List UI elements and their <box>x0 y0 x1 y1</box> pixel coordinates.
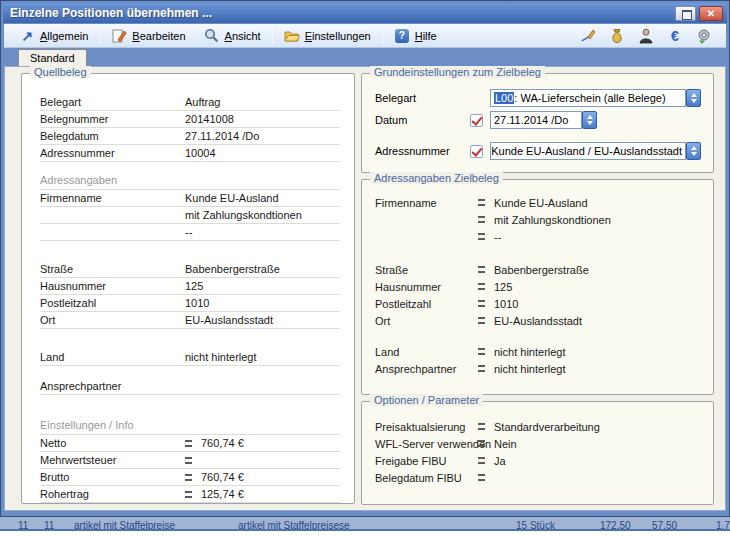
field-value: Ja <box>494 455 506 467</box>
field-value: 1010 <box>185 297 340 309</box>
field-value: Kunde EU-Ausland <box>494 197 588 209</box>
field-row: Postleitzahl1010 <box>375 295 703 312</box>
datum-checkbox[interactable] <box>470 114 483 127</box>
menu-ansicht[interactable]: Ansicht <box>195 26 270 46</box>
datum-field[interactable]: 27.11.2014 /Do <box>490 111 582 129</box>
field-row: BelegartAuftrag <box>40 94 340 111</box>
equals-icon <box>478 317 485 324</box>
adressnummer-checkbox[interactable] <box>470 145 483 158</box>
field-value: Kunde EU-Ausland <box>185 192 340 204</box>
adressnummer-label: Adressnummer <box>375 145 470 157</box>
field-value: 125 <box>185 280 340 292</box>
field-row: Hausnummer125 <box>375 278 703 295</box>
field-row: PreisaktualsierungStandardverarbeitung <box>375 418 703 435</box>
bg-cell: artikel mit Staffelpreisese <box>238 518 350 531</box>
datum-label: Datum <box>375 114 470 126</box>
magnifier-icon <box>204 28 220 44</box>
spinner-icon[interactable] <box>686 142 701 160</box>
dialog-content: Quellbeleg BelegartAuftrag Belegnummer20… <box>4 66 726 511</box>
equals-icon <box>185 491 192 498</box>
equals-icon <box>478 283 485 290</box>
bg-cell: 1,7 <box>716 518 730 531</box>
field-row: -- <box>40 224 340 241</box>
field-value: mit Zahlungskondtionen <box>185 209 340 221</box>
field-row: Landnicht hinterlegt <box>375 343 703 360</box>
field-row: StraßeBabenbergerstraße <box>375 261 703 278</box>
field-row: OrtEU-Auslandsstadt <box>40 312 340 329</box>
panel-quellbeleg-legend: Quellbeleg <box>30 66 91 78</box>
menu-allgemein[interactable]: ↗ Allgemein <box>10 26 97 46</box>
bg-cell: artikel mit Staffelpreise <box>74 518 175 531</box>
field-label: Belegdatum <box>40 130 185 142</box>
menu-einstellungen-label: Einstellungen <box>305 30 371 42</box>
field-row: Ansprechpartnernicht hinterlegt <box>375 360 703 377</box>
window-title: Einzelne Positionen übernehmen ... <box>3 6 212 20</box>
equals-icon <box>478 300 485 307</box>
equals-icon <box>185 474 192 481</box>
restore-button[interactable] <box>675 6 696 21</box>
field-value: 760,74 € <box>185 437 340 449</box>
spinner-icon[interactable] <box>686 89 701 107</box>
equals-icon <box>478 348 485 355</box>
field-row: Hausnummer125 <box>40 278 340 295</box>
panel-adressangaben-legend: Adressangaben Zielbeleg <box>370 172 503 184</box>
field-row: Postleitzahl1010 <box>40 295 340 312</box>
equals-icon <box>478 216 485 223</box>
equals-icon <box>478 266 485 273</box>
menu-bearbeiten[interactable]: Bearbeiten <box>102 26 194 46</box>
equals-icon <box>185 440 192 447</box>
field-value: nicht hinterlegt <box>185 351 340 363</box>
field-value: -- <box>494 231 501 243</box>
field-value: Auftrag <box>185 96 340 108</box>
belegart-label: Belegart <box>375 92 470 104</box>
sign-pen-icon[interactable] <box>580 28 596 44</box>
field-value: 1010 <box>494 298 518 310</box>
field-row: Mehrwertsteuer <box>40 452 340 469</box>
main-toolbar: ↗ Allgemein Bearbeiten Ansicht Einstellu… <box>4 24 726 48</box>
field-value: EU-Auslandsstadt <box>185 314 340 326</box>
belegart-combobox[interactable]: L00 : WA-Lieferschein (alle Belege) <box>490 89 686 107</box>
gear-sync-icon[interactable] <box>696 28 712 44</box>
field-label: Adressnummer <box>40 147 185 159</box>
field-row: Rohertrag125,74 € <box>40 486 340 503</box>
field-row: Adressnummer10004 <box>40 145 340 162</box>
equals-icon <box>478 423 485 430</box>
section-header-adressangaben: Adressangaben <box>40 174 340 190</box>
panel-optionen-parameter: Optionen / Parameter PreisaktualsierungS… <box>361 401 714 505</box>
adressnummer-field[interactable]: 10004: Kunde EU-Ausland / EU-Auslandssta… <box>490 142 686 160</box>
toolbar-separator <box>272 27 273 44</box>
field-row: Brutto760,74 € <box>40 469 340 486</box>
window-controls: ✕ <box>675 6 727 21</box>
person-icon[interactable] <box>638 28 654 44</box>
field-label: Brutto <box>40 471 185 483</box>
field-row: FirmennameKunde EU-Ausland <box>375 194 703 211</box>
panel-grundeinstellungen-legend: Grundeinstellungen zum Zielbeleg <box>370 66 545 78</box>
menu-ansicht-label: Ansicht <box>225 30 261 42</box>
field-label: Ansprechpartner <box>40 380 185 392</box>
field-label: Rohertrag <box>40 488 185 500</box>
close-button[interactable]: ✕ <box>699 6 723 21</box>
field-label: Hausnummer <box>40 280 185 292</box>
field-value: 125 <box>494 281 512 293</box>
section-header-einstellungen-info: Einstellungen / Info <box>40 419 340 435</box>
tab-standard[interactable]: Standard <box>18 49 87 66</box>
field-row: StraßeBabenbergerstraße <box>40 261 340 278</box>
euro-icon[interactable]: € <box>667 28 683 44</box>
field-value: Babenbergerstraße <box>185 263 340 275</box>
spinner-icon[interactable] <box>582 111 597 129</box>
field-value: Babenbergerstraße <box>494 264 589 276</box>
folder-settings-icon <box>284 28 300 44</box>
title-bar[interactable]: Einzelne Positionen übernehmen ... ✕ <box>3 3 727 23</box>
equals-icon <box>478 474 485 481</box>
bg-cell: 15 Stück <box>516 518 555 531</box>
field-row: Belegdatum27.11.2014 /Do <box>40 128 340 145</box>
equals-icon <box>478 199 485 206</box>
equals-icon <box>185 457 192 464</box>
menu-hilfe[interactable]: ? Hilfe <box>385 26 446 46</box>
menu-einstellungen[interactable]: Einstellungen <box>275 26 380 46</box>
panel-optionen-legend: Optionen / Parameter <box>370 394 483 406</box>
field-value: mit Zahlungskondtionen <box>494 214 611 226</box>
field-row: OrtEU-Auslandsstadt <box>375 312 703 329</box>
money-bag-icon[interactable] <box>609 28 625 44</box>
field-value: 27.11.2014 /Do <box>185 130 340 142</box>
